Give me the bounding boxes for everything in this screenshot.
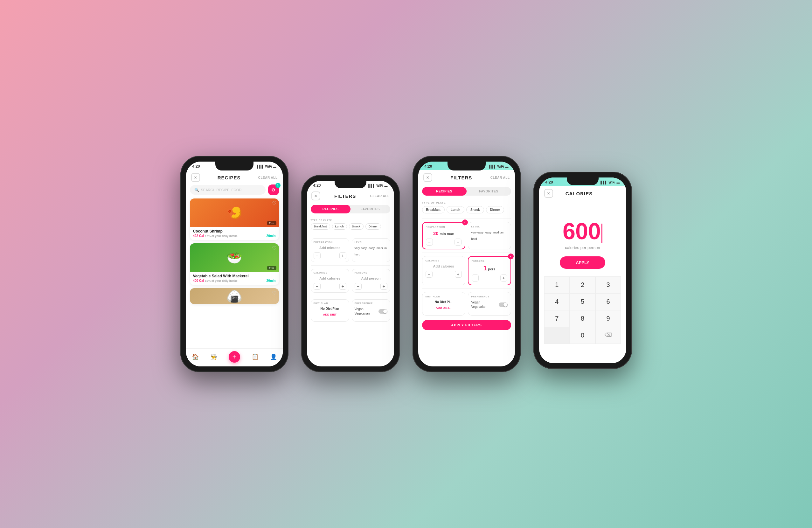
battery-icon: ▬: [273, 165, 276, 168]
level-pills: very easy easy medium hard: [354, 246, 387, 257]
prep-label: PREPARATION: [314, 241, 346, 243]
level-label: LEVEL: [472, 225, 508, 228]
persons-plus[interactable]: +: [380, 283, 387, 290]
key-4[interactable]: 4: [544, 293, 570, 310]
level-very-easy[interactable]: very easy: [472, 230, 484, 235]
diet-value: No Diet Pl...: [425, 300, 462, 304]
level-medium[interactable]: medium: [377, 246, 387, 250]
diet-value: No Diet Plan: [314, 307, 346, 310]
key-2[interactable]: 2: [570, 276, 595, 293]
persons-minus[interactable]: −: [354, 283, 362, 290]
persons-plus[interactable]: +: [500, 275, 507, 281]
cal-plus[interactable]: +: [339, 283, 346, 290]
favorite-button-1[interactable]: ♡: [272, 200, 276, 206]
tab-favorites[interactable]: FAVORITES: [350, 205, 390, 214]
nav-list[interactable]: 📋: [251, 353, 259, 361]
recipe-card-2[interactable]: 🥗 Free ♡ Vegetable Salad With Mackerel 4…: [190, 243, 279, 285]
pref-value: VeganVegetarian: [354, 307, 370, 316]
list-icon: 📋: [251, 353, 259, 361]
nav-add[interactable]: +: [229, 351, 240, 363]
recipe-card-3[interactable]: 🍙 ♡: [190, 288, 279, 304]
pill-breakfast[interactable]: Breakfast: [311, 223, 330, 230]
time: 4:20: [425, 164, 432, 168]
nav-home[interactable]: 🏠: [192, 353, 199, 361]
add-diet[interactable]: ADD DIET...: [425, 306, 462, 309]
close-button[interactable]: ×: [191, 173, 200, 182]
pill-breakfast[interactable]: Breakfast: [422, 206, 445, 214]
free-badge-1: Free: [267, 221, 276, 225]
cal-minus[interactable]: −: [425, 271, 433, 278]
apply-button[interactable]: APPLY: [560, 256, 605, 269]
battery-icon: ▬: [617, 181, 620, 184]
prep-box-wrap: PREPARATION 20 min max − + ×: [422, 222, 465, 249]
filters-header: × FILTERS CLEAR ALL: [307, 189, 394, 202]
prep-label: PREPARATION: [426, 226, 462, 228]
key-8[interactable]: 8: [570, 310, 595, 327]
key-7[interactable]: 7: [544, 310, 570, 327]
level-hard[interactable]: hard: [472, 237, 477, 241]
tab-recipies[interactable]: RECIPIES: [422, 187, 467, 196]
key-6[interactable]: 6: [595, 293, 621, 310]
key-9[interactable]: 9: [595, 310, 621, 327]
recipe-meta-1: 422 Cal 17% of your daily intake 20min: [193, 234, 276, 238]
notch: [215, 162, 253, 171]
persons-minus[interactable]: −: [472, 275, 479, 281]
prep-level-grid: PREPARATION 20 min max − + × LEVEL: [418, 220, 515, 251]
clear-all-button[interactable]: CLEAR ALL: [258, 176, 278, 179]
apply-filters-button[interactable]: APPLY FILTERS: [422, 320, 511, 330]
nav-chef[interactable]: 👨‍🍳: [210, 353, 217, 361]
search-input-wrap[interactable]: 🔍 SEARCH RECIPE, FOOD...: [190, 185, 265, 195]
recipe-info-1: Coconut Shrimp 422 Cal 17% of your daily…: [190, 227, 279, 240]
clear-all-button[interactable]: CLEAR ALL: [370, 194, 390, 198]
favorite-button-3[interactable]: ♡: [272, 290, 276, 296]
level-easy[interactable]: easy: [485, 230, 491, 235]
recipe-image-1: 🍤 Free: [190, 199, 279, 227]
filter-tabs: RECIPIES FAVORITES: [311, 205, 390, 214]
battery-icon: ▬: [505, 165, 509, 168]
recipe-name-1: Coconut Shrimp: [193, 229, 276, 233]
level-hard[interactable]: hard: [354, 252, 360, 257]
add-button[interactable]: +: [229, 351, 240, 363]
pref-toggle[interactable]: [499, 303, 508, 307]
pill-lunch[interactable]: Lunch: [332, 223, 347, 230]
key-0[interactable]: 0: [570, 327, 595, 344]
nav-profile[interactable]: 👤: [270, 353, 277, 361]
prep-minus[interactable]: −: [314, 252, 321, 259]
prep-close[interactable]: ×: [462, 219, 468, 225]
cursor: [601, 224, 603, 243]
level-easy[interactable]: easy: [368, 246, 375, 250]
pill-dinner[interactable]: Dinner: [365, 223, 381, 230]
close-button[interactable]: ×: [423, 173, 432, 182]
cal-plus[interactable]: +: [455, 271, 462, 278]
diet-pref-grid: DIET PLAN No Diet Plan ADD DIET PREFEREN…: [307, 297, 394, 323]
cal-minus[interactable]: −: [314, 283, 321, 290]
chef-icon: 👨‍🍳: [210, 353, 217, 361]
pill-snack[interactable]: Snack: [466, 206, 484, 214]
level-very-easy[interactable]: very easy: [354, 246, 367, 250]
prep-minus[interactable]: −: [426, 238, 433, 246]
recipe-card-1[interactable]: 🍤 Free ♡ Coconut Shrimp 422 Cal 17% of y…: [190, 199, 279, 240]
prep-plus[interactable]: +: [339, 252, 346, 259]
add-diet[interactable]: ADD DIET: [314, 313, 346, 316]
close-button[interactable]: ×: [544, 189, 553, 198]
key-5[interactable]: 5: [570, 293, 595, 310]
key-3[interactable]: 3: [595, 276, 621, 293]
pill-lunch[interactable]: Lunch: [447, 206, 464, 214]
prep-plus[interactable]: +: [454, 238, 462, 246]
pref-box: PREFERENCE VeganVegetarian: [352, 299, 390, 322]
favorite-button-2[interactable]: ♡: [272, 245, 276, 251]
key-backspace[interactable]: ⌫: [595, 327, 621, 344]
pill-dinner[interactable]: Dinner: [486, 206, 505, 214]
close-button[interactable]: ×: [311, 191, 320, 200]
preparation-box-active: PREPARATION 20 min max − +: [422, 222, 465, 249]
tab-favorites[interactable]: FAVORITES: [467, 187, 511, 196]
recipe-info-2: Vegetable Salad With Mackerel 400 Cal 15…: [190, 272, 279, 285]
clear-all-button[interactable]: CLEAR ALL: [491, 176, 510, 179]
filter-button[interactable]: ⚙ 2: [268, 185, 279, 195]
pill-snack[interactable]: Snack: [349, 223, 364, 230]
level-medium[interactable]: medium: [493, 230, 504, 235]
persons-close[interactable]: ×: [508, 253, 514, 259]
tab-recipies[interactable]: RECIPIES: [311, 205, 350, 214]
pref-toggle[interactable]: [378, 309, 387, 313]
key-1[interactable]: 1: [544, 276, 570, 293]
